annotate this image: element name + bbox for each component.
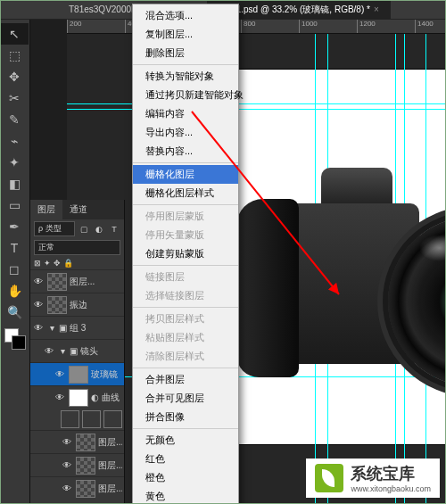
menu-item[interactable]: 通过拷贝新建智能对象 <box>133 86 238 104</box>
layer-group[interactable]: 👁▾▣组 3 <box>30 316 124 339</box>
color-swatch[interactable] <box>4 328 26 350</box>
chevron-down-icon[interactable]: ▾ <box>47 323 56 333</box>
filter-type[interactable]: ρ 类型 <box>34 221 75 236</box>
menu-item: 选择链接图层 <box>133 286 238 305</box>
watermark: 系统宝库 www.xitongbaoku.com <box>306 459 440 498</box>
crop-tool[interactable]: ✂ <box>0 87 29 109</box>
layer-row[interactable]: 👁图层... <box>30 476 124 500</box>
adjustment-layer[interactable]: 👁◐曲线 1 <box>30 385 124 409</box>
gradient-tool[interactable]: ▭ <box>0 194 29 216</box>
stamp-tool[interactable]: ◧ <box>0 173 29 194</box>
visibility-icon[interactable]: 👁 <box>32 300 45 310</box>
mask-thumb[interactable] <box>103 410 122 428</box>
layers-panel: 图层 通道 ρ 类型 ▢ ◐ T 正常 ⊠ ✦ ✥ 🔒 👁图层... 👁振边 👁… <box>30 200 125 504</box>
blend-mode[interactable]: 正常 <box>34 240 120 255</box>
menu-item[interactable]: 创建剪贴蒙版 <box>133 244 238 263</box>
guide[interactable] <box>67 103 446 104</box>
lock-icon[interactable]: ✥ <box>54 259 61 268</box>
layer-row-selected[interactable]: 👁玻璃镜 <box>30 362 124 385</box>
layer-group[interactable]: 👁▾▣镜头 <box>30 339 124 362</box>
visibility-icon[interactable]: 👁 <box>32 323 45 333</box>
menu-item: 清除图层样式 <box>133 347 238 366</box>
menu-item[interactable]: 混合选项... <box>133 6 238 25</box>
watermark-title: 系统宝库 <box>351 463 431 484</box>
layer-row[interactable]: 👁振边 <box>30 293 124 316</box>
menu-item: 停用矢量蒙版 <box>133 226 238 244</box>
menu-item[interactable]: 转换为智能对象 <box>133 67 238 86</box>
camera-artwork <box>241 168 446 373</box>
filter-icon[interactable]: T <box>108 225 120 234</box>
menu-item: 粘贴图层样式 <box>133 328 238 347</box>
menu-item[interactable]: 栅格化图层样式 <box>133 184 238 202</box>
visibility-icon[interactable]: 👁 <box>32 277 45 286</box>
mask-row <box>30 409 124 430</box>
layer-row[interactable]: 👁图层... <box>30 453 124 476</box>
brush-tool[interactable]: ✦ <box>0 152 29 173</box>
menu-item[interactable]: 复制图层... <box>133 25 238 44</box>
menu-item[interactable]: 黄色 <box>133 487 238 504</box>
move-tool[interactable]: ↖ <box>0 23 29 45</box>
marquee-tool[interactable]: ⬚ <box>0 45 29 66</box>
filter-icon[interactable]: ▢ <box>78 225 90 234</box>
menu-item[interactable]: 合并可见图层 <box>133 389 238 408</box>
menu-item[interactable]: 删除图层 <box>133 44 238 62</box>
lock-icon[interactable]: ✦ <box>44 259 51 268</box>
menu-item[interactable]: 栅格化图层 <box>133 165 238 184</box>
visibility-icon[interactable]: 👁 <box>54 369 66 379</box>
shape-tool[interactable]: ◻ <box>0 259 29 280</box>
watermark-url: www.xitongbaoku.com <box>351 484 431 493</box>
menu-item[interactable]: 合并图层 <box>133 370 238 389</box>
folder-icon: ▣ <box>59 323 67 333</box>
filter-icon[interactable]: ◐ <box>93 225 105 234</box>
ruler-horizontal: 200400600800100012001400 <box>67 20 446 34</box>
lock-icon[interactable]: 🔒 <box>63 259 73 268</box>
menu-item: 停用图层蒙版 <box>133 207 238 226</box>
mask-thumb[interactable] <box>82 410 101 428</box>
visibility-icon[interactable]: 👁 <box>61 483 73 493</box>
menu-item[interactable]: 橙色 <box>133 468 238 487</box>
visibility-icon[interactable]: 👁 <box>61 437 73 447</box>
curves-icon: ◐ <box>91 392 99 402</box>
layers-tab[interactable]: 图层 <box>30 200 62 219</box>
channels-tab[interactable]: 通道 <box>62 200 95 219</box>
hand-tool[interactable]: ✋ <box>0 280 29 302</box>
lock-icon[interactable]: ⊠ <box>34 259 41 268</box>
mask-thumb[interactable] <box>61 410 79 428</box>
type-tool[interactable]: T <box>0 237 29 259</box>
layer-row[interactable]: 👁图层... <box>30 269 124 293</box>
zoom-tool[interactable]: 🔍 <box>0 302 29 323</box>
menu-item[interactable]: 红色 <box>133 450 238 468</box>
close-icon[interactable]: × <box>374 4 379 14</box>
watermark-logo-icon <box>315 464 343 492</box>
tools-panel: ↖ ⬚ ✥ ✂ ✎ ⌁ ✦ ◧ ▭ ✒ T ◻ ✋ 🔍 <box>0 20 30 504</box>
menu-item[interactable]: 编辑内容 <box>133 104 238 123</box>
pen-tool[interactable]: ✒ <box>0 216 29 237</box>
guide[interactable] <box>67 109 446 110</box>
menu-item[interactable]: 导出内容... <box>133 123 238 142</box>
visibility-icon[interactable]: 👁 <box>61 460 73 470</box>
menu-item: 拷贝图层样式 <box>133 310 238 328</box>
folder-icon: ▣ <box>70 346 78 356</box>
layer-row[interactable]: 👁图层... <box>30 430 124 453</box>
chevron-down-icon[interactable]: ▾ <box>58 346 67 356</box>
eyedropper-tool[interactable]: ✎ <box>0 109 29 130</box>
healing-tool[interactable]: ⌁ <box>0 130 29 152</box>
menu-item[interactable]: 无颜色 <box>133 431 238 450</box>
visibility-icon[interactable]: 👁 <box>43 346 55 356</box>
menu-item[interactable]: 替换内容... <box>133 142 238 161</box>
menu-item[interactable]: 拼合图像 <box>133 408 238 426</box>
visibility-icon[interactable]: 👁 <box>54 392 66 402</box>
lasso-tool[interactable]: ✥ <box>0 66 29 87</box>
menu-item: 链接图层 <box>133 268 238 286</box>
layer-context-menu: 混合选项...复制图层...删除图层转换为智能对象通过拷贝新建智能对象编辑内容导… <box>132 4 239 504</box>
